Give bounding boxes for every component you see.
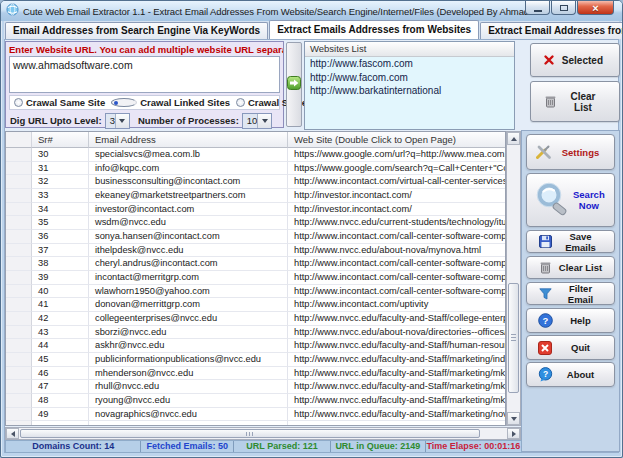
row-selector[interactable]: [6, 367, 32, 381]
scroll-left-button[interactable]: [6, 428, 19, 439]
row-selector[interactable]: [6, 162, 32, 176]
horizontal-scrollbar[interactable]: [5, 427, 521, 440]
row-selector[interactable]: [6, 394, 32, 408]
cell-sr: 30: [32, 148, 89, 162]
cell-sr: 33: [32, 189, 89, 203]
row-selector[interactable]: [6, 285, 32, 299]
cell-website: https://www.google.com/url?q=http://www.…: [288, 148, 505, 162]
table-row[interactable]: 30specialsvcs@mea.com.lbhttps://www.goog…: [6, 148, 505, 162]
close-button[interactable]: ×: [577, 1, 614, 15]
add-url-button[interactable]: [286, 42, 302, 127]
table-row[interactable]: 42collegeenterprises@nvcc.eduhttp://www.…: [6, 312, 505, 326]
row-selector[interactable]: [6, 326, 32, 340]
row-selector[interactable]: [6, 298, 32, 312]
filter-funnel-icon: [533, 288, 557, 300]
row-selector[interactable]: [6, 353, 32, 367]
tab-files[interactable]: Extract Email Addresses from Files: [480, 22, 623, 39]
radio-crawl-same-site[interactable]: Crawal Same Site: [14, 97, 105, 108]
row-selector[interactable]: [6, 408, 32, 422]
table-row[interactable]: 39incontact@merritgrp.comhttp://www.inco…: [6, 271, 505, 285]
scroll-down-button[interactable]: [507, 412, 520, 425]
cell-email: donovan@merrittgrp.com: [89, 298, 288, 312]
horizontal-scroll-thumb[interactable]: [20, 429, 480, 438]
column-header-sr[interactable]: Sr#: [32, 132, 89, 148]
dig-level-select[interactable]: 3: [105, 113, 130, 129]
about-button[interactable]: ? About: [526, 362, 615, 387]
processes-select[interactable]: 10: [242, 113, 273, 129]
row-selector[interactable]: [6, 189, 32, 203]
row-selector[interactable]: [6, 312, 32, 326]
filter-email-button[interactable]: Filter Email: [526, 282, 615, 305]
save-emails-button[interactable]: Save Emails: [526, 230, 615, 253]
scroll-up-button[interactable]: [507, 132, 520, 145]
vertical-scroll-thumb[interactable]: [508, 283, 519, 393]
table-row[interactable]: 37ithelpdesk@nvcc.eduhttp://www.nvcc.edu…: [6, 244, 505, 258]
table-row[interactable]: 43sborzi@nvcc.eduhttp://www.nvcc.edu/abo…: [6, 326, 505, 340]
column-header-email[interactable]: Email Address: [89, 132, 288, 148]
cell-website: http://investor.incontact.com/: [288, 189, 505, 203]
scroll-right-button[interactable]: [507, 428, 520, 439]
table-row[interactable]: 33ekeaney@marketstreetpartners.comhttp:/…: [6, 189, 505, 203]
radio-icon: [14, 98, 23, 107]
table-row[interactable]: 35wsdm@nvcc.eduhttp://www.nvcc.edu/curre…: [6, 216, 505, 230]
row-selector[interactable]: [6, 380, 32, 394]
table-row[interactable]: 46mhenderson@nvcc.eduhttp://www.nvcc.edu…: [6, 367, 505, 381]
cell-sr: 35: [32, 216, 89, 230]
table-row[interactable]: 34investor@incontact.comhttp://investor.…: [6, 203, 505, 217]
url-input[interactable]: www.ahmadsoftware.com: [9, 56, 280, 93]
row-selector[interactable]: [6, 148, 32, 162]
row-selector[interactable]: [6, 339, 32, 353]
website-list-item[interactable]: http://www.fascom.com: [305, 57, 514, 71]
row-selector[interactable]: [6, 175, 32, 189]
tab-search-engine[interactable]: Email Addresses from Search Engine Via K…: [5, 22, 268, 39]
row-selector[interactable]: [6, 257, 32, 271]
quit-button[interactable]: Quit: [526, 335, 615, 360]
table-row[interactable]: 47rhull@nvcc.eduhttp://www.nvcc.edu/facu…: [6, 380, 505, 394]
table-row[interactable]: 41donovan@merrittgrp.comhttp://www.incon…: [6, 298, 505, 312]
row-selector[interactable]: [6, 230, 32, 244]
table-row[interactable]: 40wlawhorn1950@yahoo.comhttp://www.incon…: [6, 285, 505, 299]
red-x-icon: [537, 54, 562, 66]
settings-button[interactable]: Settings: [526, 134, 615, 170]
processes-label: Number of Processes:: [138, 115, 239, 126]
cell-email: wlawhorn1950@yahoo.com: [89, 285, 288, 299]
table-row[interactable]: 44askhr@nvcc.eduhttp://www.nvcc.edu/facu…: [6, 339, 505, 353]
chevron-down-icon[interactable]: [257, 114, 271, 128]
row-selector[interactable]: [6, 244, 32, 258]
website-list-item[interactable]: http://www.facom.com: [305, 71, 514, 85]
delete-selected-button[interactable]: Selected: [530, 43, 620, 77]
table-row[interactable]: 36sonya.hansen@incontact.comhttp://www.i…: [6, 230, 505, 244]
table-row[interactable]: 45publicinformationpublications@nvcc.edu…: [6, 353, 505, 367]
url-panel-header: Enter Website URL. You can add multiple …: [6, 42, 283, 56]
maximize-button[interactable]: [551, 1, 576, 15]
table-row[interactable]: 49novagraphics@nvcc.eduhttp://www.nvcc.e…: [6, 408, 505, 422]
cell-sr: 36: [32, 230, 89, 244]
question-circle-icon: ?: [533, 313, 557, 328]
dig-level-value: 3: [106, 114, 115, 128]
status-item: URL in Queue: 2149: [331, 441, 426, 452]
website-list-item[interactable]: http://www.barkatinternational: [305, 84, 514, 98]
row-selector[interactable]: [6, 216, 32, 230]
minimize-button[interactable]: [525, 1, 550, 15]
help-button[interactable]: ? Help: [526, 308, 615, 333]
clear-emails-list-button[interactable]: Clear List: [526, 256, 615, 279]
row-selector[interactable]: [6, 271, 32, 285]
tab-websites[interactable]: Extract Emails Addresses from Websites: [269, 20, 479, 39]
cell-website: http://www.nvcc.edu/faculty-and-Staff/co…: [288, 312, 505, 326]
cell-email: mhenderson@nvcc.edu: [89, 367, 288, 381]
table-row[interactable]: 32businessconsulting@incontact.comhttp:/…: [6, 175, 505, 189]
radio-crawl-linked-sites[interactable]: Crawal Linked Sites: [111, 97, 230, 108]
clear-websites-list-button[interactable]: Clear List: [530, 81, 620, 122]
status-item: Time Elapse: 00:01:16: [426, 441, 521, 452]
chevron-down-icon[interactable]: [115, 114, 129, 128]
table-row[interactable]: 48ryoung@nvcc.eduhttp://www.nvcc.edu/fac…: [6, 394, 505, 408]
table-row[interactable]: 31info@kqpc.comhttps://www.google.com/se…: [6, 162, 505, 176]
vertical-scrollbar[interactable]: [506, 131, 521, 426]
cell-sr: 34: [32, 203, 89, 217]
row-selector[interactable]: [6, 203, 32, 217]
search-now-button[interactable]: Search Now: [526, 173, 615, 227]
cell-email: incontact@merritgrp.com: [89, 271, 288, 285]
cell-sr: 46: [32, 367, 89, 381]
column-header-website[interactable]: Web Site (Double Click to Open Page): [288, 132, 505, 148]
table-row[interactable]: 38cheryl.andrus@incontact.comhttp://www.…: [6, 257, 505, 271]
